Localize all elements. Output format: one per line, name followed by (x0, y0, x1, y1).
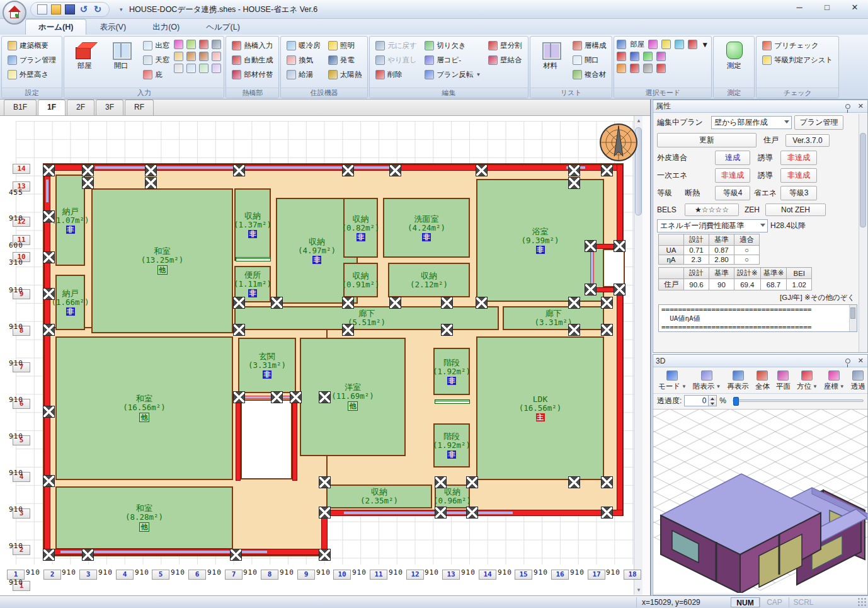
select-mode-icon[interactable] (643, 64, 653, 73)
room-和室[interactable]: 和室(16.56m²)他 (55, 336, 233, 480)
pin-icon[interactable] (845, 358, 850, 364)
room-納戸[interactable]: 納戸(1.07m²)非 (55, 175, 85, 266)
select-mode-icon[interactable] (617, 40, 626, 49)
threed-tool-方位[interactable]: 方位▼ (796, 370, 819, 392)
grid-number-col-4[interactable]: 4 (116, 570, 134, 580)
select-mode-icon[interactable] (617, 52, 626, 61)
floor-tab-RF[interactable]: RF (125, 100, 154, 115)
standard-select[interactable]: エネルギー消費性能基準 (657, 219, 768, 232)
room-収納[interactable]: 収納(0.91m²) (343, 263, 378, 297)
floor-tab-B1F[interactable]: B1F (4, 100, 37, 115)
room-収納[interactable]: 収納(2.35m²) (326, 485, 432, 508)
ribbon-button-壁分割[interactable]: 壁分割 (485, 39, 525, 52)
ribbon-button-建築概要[interactable]: 建築概要 (4, 39, 59, 52)
input-tool-icon[interactable] (186, 52, 196, 61)
threed-tool-平面[interactable]: 平面 (775, 370, 792, 392)
ribbon-button-壁結合[interactable]: 壁結合 (485, 54, 525, 67)
grid-number-col-2[interactable]: 2 (43, 570, 61, 580)
input-tool-icon[interactable] (174, 40, 183, 49)
floor-tab-2F[interactable]: 2F (67, 100, 94, 115)
grid-number-col-8[interactable]: 8 (261, 570, 278, 580)
undo-icon[interactable]: ↺ (79, 4, 89, 14)
select-mode-icon[interactable] (661, 40, 671, 49)
select-mode-icon[interactable] (648, 40, 658, 49)
opacity-slider-thumb[interactable] (733, 397, 739, 406)
room-収納[interactable]: 収納(2.12m²) (388, 263, 470, 297)
grid-number-col-15[interactable]: 15 (515, 570, 532, 580)
update-button[interactable]: 更新 (657, 133, 757, 147)
input-tool-icon[interactable] (199, 52, 208, 61)
qat-customize-icon[interactable]: ▾ (120, 6, 123, 13)
input-tool-icon[interactable] (212, 40, 221, 49)
ribbon-button-部屋[interactable]: 部屋 (67, 38, 102, 72)
grid-number-col-5[interactable]: 5 (152, 570, 169, 580)
ribbon-button-材料[interactable]: 材料 (533, 38, 568, 72)
input-tool-icon[interactable] (212, 52, 221, 61)
editing-plan-select[interactable]: 壁から部屋作成 (711, 116, 792, 129)
ribbon-button-プラン管理[interactable]: プラン管理 (4, 54, 59, 67)
room-和室[interactable]: 和室(13.25m²)他 (91, 188, 233, 333)
threed-tool-透過[interactable]: 透過 (850, 370, 867, 392)
input-tool-icon[interactable] (186, 64, 196, 73)
select-mode-icon[interactable] (656, 52, 666, 61)
attributes-scrollbar[interactable] (859, 114, 867, 352)
pin-icon[interactable] (845, 104, 850, 109)
close-button[interactable]: ✕ (847, 3, 863, 12)
ribbon-button-太陽熱[interactable]: 太陽熱 (325, 68, 365, 81)
grid-number-col-6[interactable]: 6 (188, 570, 206, 580)
ribbon-button-測定[interactable]: 測定 (716, 38, 751, 72)
room-玄関[interactable]: 玄関(3.31m²)非 (238, 338, 296, 393)
ribbon-button-開口[interactable]: 開口 (569, 54, 610, 67)
select-mode-icon[interactable] (656, 64, 666, 73)
room-納戸[interactable]: 納戸(1.66m²)非 (55, 275, 85, 330)
select-mode-icon[interactable] (675, 40, 684, 49)
menu-tab-ヘルプ(L)[interactable]: ヘルプ(L) (193, 19, 253, 35)
ribbon-button-庇[interactable]: 庇 (140, 68, 173, 81)
ribbon-button-プリチェック[interactable]: プリチェック (759, 39, 836, 52)
ribbon-button-プラン反転[interactable]: プラン反転▼ (421, 68, 484, 81)
ribbon-button-開口[interactable]: 開口 (103, 38, 139, 72)
select-mode-icon[interactable] (643, 52, 653, 61)
stepper-up-icon[interactable] (709, 396, 716, 401)
ribbon-button-部材付替[interactable]: 部材付替 (229, 68, 276, 81)
opacity-stepper[interactable]: 0 (684, 395, 717, 406)
result-log[interactable]: ==================================== UA値… (658, 304, 857, 332)
save-file-icon[interactable] (65, 4, 75, 14)
ribbon-button-層コピ-[interactable]: 層コピ- (421, 54, 484, 67)
ribbon-button-層構成[interactable]: 層構成 (569, 39, 610, 52)
ribbon-button-等級判定アシスト[interactable]: 等級判定アシスト (759, 54, 836, 67)
plan-manage-button[interactable]: プラン管理 (794, 115, 843, 130)
ribbon-button-切り欠き[interactable]: 切り欠き (421, 39, 484, 52)
grid-number-col-11[interactable]: 11 (370, 570, 387, 580)
input-tool-icon[interactable] (174, 64, 183, 73)
stepper-down-icon[interactable] (709, 401, 716, 406)
floor-tab-3F[interactable]: 3F (96, 100, 123, 115)
app-menu-button[interactable] (3, 1, 26, 25)
menu-tab-ホーム(H)[interactable]: ホーム(H) (25, 19, 86, 35)
select-mode-icon[interactable] (630, 64, 639, 73)
threed-close-icon[interactable]: ✕ (858, 357, 864, 365)
room-廊下[interactable]: 廊下(3.31m²) (503, 306, 604, 330)
menu-tab-出力(O)[interactable]: 出力(O) (139, 19, 193, 35)
ribbon-button-削除[interactable]: 削除 (372, 68, 420, 81)
version-button[interactable]: Ver.3.7.0 (785, 134, 830, 147)
ribbon-button-換気[interactable]: 換気 (283, 54, 324, 67)
attributes-close-icon[interactable]: ✕ (858, 102, 864, 110)
plan-vertical-scrollbar[interactable]: ▲ ▼ (634, 116, 642, 595)
opacity-slider[interactable] (733, 399, 864, 402)
room-収納[interactable]: 収納(1.37m²)非 (234, 188, 271, 261)
threed-tool-再表示[interactable]: 再表示 (726, 370, 750, 392)
ribbon-button-出窓[interactable]: 出窓 (140, 39, 173, 52)
grid-number-col-18[interactable]: 18 (624, 570, 641, 580)
grid-number-col-7[interactable]: 7 (225, 570, 243, 580)
threed-tool-モード[interactable]: モード▼ (657, 370, 688, 392)
input-tool-icon[interactable] (212, 64, 221, 73)
grid-number-col-14[interactable]: 14 (479, 570, 496, 580)
input-tool-icon[interactable] (199, 64, 208, 73)
threed-tool-階表示[interactable]: 階表示▼ (692, 370, 722, 392)
threed-tool-全体[interactable]: 全体 (754, 370, 771, 392)
threed-viewport[interactable] (653, 410, 867, 593)
room-階段[interactable]: 階段(1.92m²)非 (433, 348, 470, 395)
room-収納[interactable]: 収納(0.82m²)非 (343, 198, 378, 258)
floor-tab-1F[interactable]: 1F (38, 100, 66, 115)
